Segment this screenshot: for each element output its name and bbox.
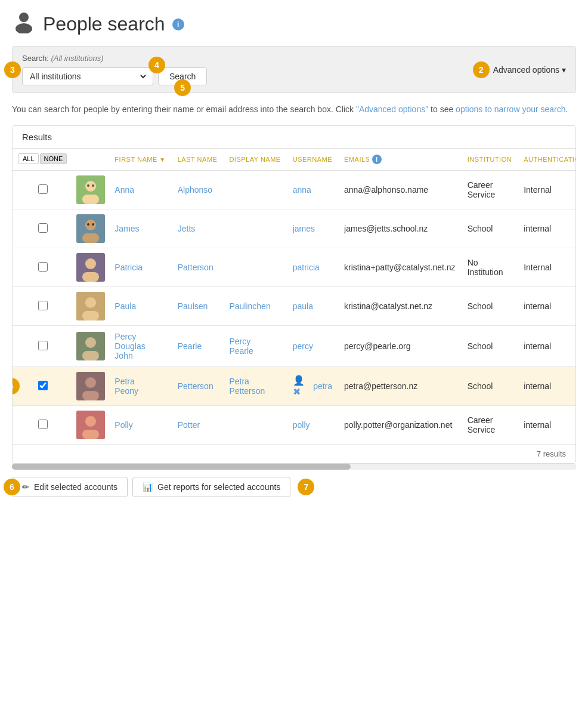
step-4-badge: 4	[148, 57, 165, 73]
row-checkbox[interactable]	[38, 184, 48, 194]
options-link[interactable]: options to narrow your search	[456, 104, 565, 114]
displayname-link[interactable]: PetraPetterson	[229, 377, 280, 396]
svg-point-25	[85, 416, 96, 427]
svg-point-8	[85, 220, 96, 230]
firstname-link[interactable]: Polly	[114, 420, 165, 430]
row-checkbox-cell	[13, 248, 73, 287]
col-check-header: ALL NONE	[13, 149, 73, 171]
none-button[interactable]: NONE	[40, 153, 67, 164]
authentication-cell: internal	[518, 406, 576, 445]
advanced-options-button[interactable]: Advanced options ▾	[493, 65, 566, 75]
lastname-link[interactable]: Pearle	[178, 341, 202, 351]
table-row: PercyDouglasJohn Pearle PercyPearle perc…	[13, 326, 576, 367]
col-avatar-header	[73, 149, 109, 171]
svg-rect-4	[82, 195, 99, 204]
horizontal-scrollbar[interactable]	[12, 464, 576, 470]
lastname-cell: Pearle	[172, 326, 224, 367]
emails-info-badge[interactable]: i	[372, 155, 382, 164]
institution-cell: NoInstitution	[462, 248, 518, 287]
displayname-link[interactable]: PercyPearle	[229, 337, 280, 356]
svg-point-11	[92, 223, 94, 226]
username-cell: anna	[287, 171, 338, 209]
authentication-cell: Internal	[518, 248, 576, 287]
firstname-link[interactable]: Patricia	[114, 263, 165, 272]
avatar-cell	[73, 326, 109, 367]
row-checkbox[interactable]	[38, 341, 48, 350]
step-6-badge: 6	[4, 479, 20, 495]
page-header: People search i	[0, 0, 588, 46]
lastname-link[interactable]: Paulsen	[178, 301, 208, 311]
displayname-link[interactable]: Paulinchen	[229, 301, 280, 311]
get-reports-button[interactable]: 📊 Get reports for selected accounts	[132, 477, 290, 497]
step-2-badge: 2	[473, 61, 490, 78]
row-checkbox[interactable]	[38, 262, 48, 272]
sort-arrow-icon: ▼	[159, 156, 165, 163]
step-6-inline: 6	[12, 378, 20, 394]
table-row: 6 PetraPeony Petterson PetraPetterson 👤✖…	[13, 367, 576, 406]
avatar-cell	[73, 367, 109, 406]
row-checkbox[interactable]	[38, 223, 48, 233]
username-cell: paula	[287, 287, 338, 326]
username-link[interactable]: percy	[293, 341, 313, 351]
username-link[interactable]: petra	[313, 381, 332, 391]
username-link[interactable]: polly	[293, 420, 310, 430]
username-cell: 👤✖petra	[287, 367, 338, 406]
lastname-link[interactable]: Alphonso	[178, 185, 212, 195]
avatar-cell	[73, 209, 109, 248]
svg-point-22	[85, 377, 96, 388]
displayname-cell	[223, 171, 286, 209]
col-firstname-header[interactable]: FIRST NAME ▼	[109, 149, 171, 171]
lastname-link[interactable]: Petterson	[178, 381, 213, 391]
svg-point-19	[85, 337, 96, 348]
row-checkbox-cell	[13, 406, 73, 445]
username-cell: polly	[287, 406, 338, 445]
displayname-cell	[223, 406, 286, 445]
avatar	[76, 214, 105, 243]
svg-rect-9	[82, 233, 99, 243]
row-checkbox-cell	[13, 287, 73, 326]
institution-select[interactable]: All institutions	[27, 71, 148, 82]
row-checkbox[interactable]	[38, 420, 48, 429]
username-link[interactable]: anna	[293, 185, 311, 195]
edit-selected-button[interactable]: ✏ Edit selected accounts	[12, 477, 128, 497]
username-link[interactable]: james	[293, 224, 315, 233]
lastname-cell: Alphonso	[172, 171, 224, 209]
col-lastname-header: LAST NAME	[172, 149, 224, 171]
firstname-link[interactable]: James	[114, 224, 165, 233]
username-link[interactable]: patricia	[293, 263, 320, 272]
avatar-cell	[73, 248, 109, 287]
all-button[interactable]: ALL	[18, 153, 39, 164]
scrollbar-thumb[interactable]	[12, 464, 351, 470]
lastname-link[interactable]: Jetts	[178, 224, 196, 233]
lastname-link[interactable]: Potter	[178, 420, 200, 430]
institution-cell: School	[462, 287, 518, 326]
chevron-down-icon: ▾	[562, 65, 566, 75]
svg-point-16	[85, 297, 96, 308]
firstname-link[interactable]: PercyDouglasJohn	[114, 332, 165, 360]
row-checkbox[interactable]	[38, 381, 48, 390]
svg-point-0	[19, 13, 29, 22]
info-badge[interactable]: i	[172, 19, 184, 30]
authentication-cell: internal	[518, 287, 576, 326]
username-link[interactable]: paula	[293, 301, 313, 311]
avatar-cell	[73, 171, 109, 209]
firstname-link[interactable]: Paula	[114, 301, 165, 311]
svg-point-1	[16, 23, 32, 33]
authentication-cell: internal	[518, 209, 576, 248]
results-container: Results ALL NONE FIRST NAME ▼ LAST NAME …	[12, 125, 576, 464]
reports-icon: 📊	[143, 482, 153, 492]
email-value: james@jetts.school.nz	[344, 224, 428, 233]
email-cell: kristina@catalyst.net.nz	[338, 287, 462, 326]
avatar	[76, 411, 105, 439]
lastname-cell: Petterson	[172, 367, 224, 406]
displayname-cell: Paulinchen	[223, 287, 286, 326]
firstname-cell: PetraPeony	[109, 367, 171, 406]
institution-cell: CareerService	[462, 406, 518, 445]
advanced-options-link[interactable]: "Advanced options"	[356, 104, 428, 114]
lastname-link[interactable]: Patterson	[178, 263, 213, 272]
help-text: You can search for people by entering th…	[12, 103, 576, 116]
avatar	[76, 175, 105, 204]
firstname-link[interactable]: Anna	[114, 185, 165, 195]
row-checkbox[interactable]	[38, 301, 48, 310]
firstname-link[interactable]: PetraPeony	[114, 377, 165, 396]
